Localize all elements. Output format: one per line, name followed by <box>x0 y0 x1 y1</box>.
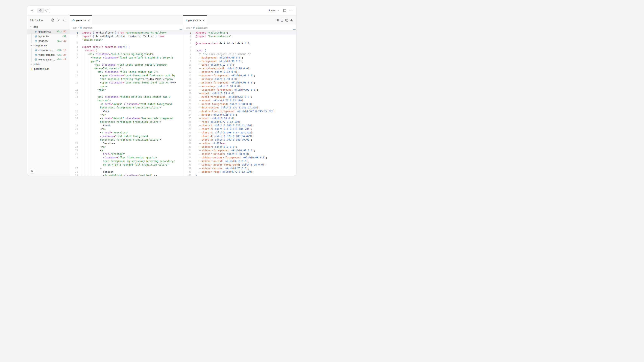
collapse-sidebar-button[interactable] <box>30 168 35 173</box>
code-row: className="text-muted-foreground <box>70 134 183 138</box>
code-row: 21<a href="#services" <box>70 131 183 134</box>
code-row: 6:root { <box>183 49 296 52</box>
code-line: Contact <box>82 170 183 174</box>
search-files-button[interactable] <box>62 18 66 22</box>
new-file-button[interactable] <box>51 18 55 22</box>
close-icon[interactable] <box>88 19 90 21</box>
indent-guides <box>196 152 198 156</box>
indent-guides <box>82 81 100 84</box>
indent-guides <box>196 138 198 142</box>
indent-guides <box>82 163 103 167</box>
code-editor-globals-css[interactable]: 1@import "tailwindcss";2@import "tw-anim… <box>183 30 296 176</box>
split-view-button[interactable] <box>275 18 280 22</box>
line-number: 1 <box>70 31 78 34</box>
code-row: 27> <box>70 167 183 170</box>
code-row: max-w-7xl mx-auto"> <box>70 67 183 70</box>
line-number: 17 <box>70 113 78 117</box>
line-number: 24 <box>70 149 78 152</box>
code-line: --input: oklch(0.18 0 0); <box>196 117 296 120</box>
scrollbar-thumb[interactable] <box>293 29 296 29</box>
code-line: text-sm"> <box>82 99 183 102</box>
copy-icon <box>285 19 288 21</box>
copy-code-button[interactable] <box>284 18 289 22</box>
line-number: 32 <box>183 142 192 145</box>
more-options-button[interactable] <box>288 8 294 13</box>
breadcrumb-file: page.tsx <box>83 26 92 29</box>
code-line: href="#contact" <box>82 152 183 156</box>
indent-guides <box>82 142 103 145</box>
chevron-right-icon <box>30 63 33 65</box>
tree-item-components[interactable]: components <box>27 43 70 48</box>
preview-toggle-button[interactable] <box>38 8 44 13</box>
tab-page-tsx[interactable]: page.tsx <box>70 15 92 25</box>
tab-bar-filler <box>92 15 183 25</box>
file-explorer-title: File Explorer <box>30 19 49 21</box>
tree-item-video-card.tsx[interactable]: video-card.tsx+76 / -27 <box>27 52 70 57</box>
close-icon[interactable] <box>202 19 205 21</box>
additions: +76 <box>56 53 60 56</box>
code-row: 12--popover: oklch(0.12 0 0); <box>183 70 296 74</box>
version-selector-button[interactable]: Latest <box>268 8 281 13</box>
code-editor-page-tsx[interactable]: 1import { WorksGallery } from "@/compone… <box>70 30 183 176</box>
download-file-button[interactable] <box>289 18 294 22</box>
code-line: --background: oklch(0.08 0 0); <box>196 56 296 59</box>
code-line: > <box>82 167 183 170</box>
indent-guides <box>82 138 100 142</box>
indent-guides <box>82 92 97 95</box>
code-line: --destructive: oklch(0.577 0.245 27.325)… <box>196 106 296 109</box>
tree-item-works-galler[interactable]: works-galler…+24 / -13 <box>27 57 70 62</box>
tree-item-layout.tsx[interactable]: layout.tsx+51 <box>27 34 70 39</box>
new-folder-button[interactable] <box>56 18 60 22</box>
indent-guides <box>82 127 100 131</box>
indent-guides <box>82 170 103 174</box>
scrollbar-thumb[interactable] <box>180 29 182 29</box>
line-number: 14 <box>70 95 78 99</box>
line-number: 33 <box>183 145 192 149</box>
indent-guides <box>82 102 100 106</box>
chevron-down-icon <box>30 44 33 47</box>
code-row: 12</div> <box>70 88 183 92</box>
code-line: --ring: oklch(0.72 0.12 180); <box>196 120 296 124</box>
tree-item-public[interactable]: public <box>27 62 70 67</box>
indent-guides <box>196 156 198 159</box>
file-plus-icon <box>51 18 54 21</box>
collapse-panel-button[interactable] <box>30 8 35 13</box>
diff-stats: +24 / -13 <box>55 58 66 61</box>
panel-bottom-button[interactable] <box>282 8 288 13</box>
code-line: --chart-4: oklch(0.828 0.189 84.429); <box>196 134 296 138</box>
line-number: 18 <box>70 117 78 120</box>
code-line: --secondary: oklch(0.18 0 0); <box>196 84 296 88</box>
code-line: --sidebar-foreground: oklch(0.98 0 0); <box>196 149 296 152</box>
tree-item-globals.css[interactable]: #globals.css+51 / -50 <box>27 29 70 34</box>
react-icon <box>72 19 75 21</box>
line-number: 20 <box>183 99 192 102</box>
indent-guides <box>196 170 198 174</box>
line-number: 10 <box>183 63 192 67</box>
code-row: 20</a> <box>70 127 183 131</box>
file-diff-button[interactable] <box>280 18 284 22</box>
tab-globals-css[interactable]: # globals.css <box>183 15 207 25</box>
code-row: 2import { ArrowUpRight, Github, Linkedin… <box>70 34 183 38</box>
code-line: --foreground: oklch(0.98 0 0); <box>196 59 296 63</box>
additions: +24 <box>56 58 60 61</box>
ellipsis-icon <box>290 9 293 12</box>
code-row: 5 <box>183 45 296 49</box>
diff-separator: / <box>61 58 63 61</box>
diff-stats: +33 / -12 <box>55 49 66 51</box>
tree-item-page.tsx[interactable]: page.tsx+81 / -28 <box>27 39 70 43</box>
code-line: font-semibold tracking-tight">Studio Pix… <box>82 77 183 81</box>
tree-item-app[interactable]: app <box>27 24 70 29</box>
code-row: "lucide-react" <box>70 38 183 42</box>
tree-item-custom-curs[interactable]: custom-curs…+33 / -12 <box>27 48 70 53</box>
code-row: 23</a> <box>70 145 183 149</box>
code-row: 1import { WorksGallery } from "@/compone… <box>70 31 183 34</box>
code-line: className="flex items-center gap-1.5 <box>82 156 183 159</box>
code-toggle-button[interactable] <box>44 8 50 13</box>
code-line: @custom-variant dark (&:is(.dark *)); <box>196 42 296 45</box>
tree-item-package.json[interactable]: {}package.json <box>27 67 70 71</box>
code-line: <a href="#services" <box>82 131 183 134</box>
code-line: <nav className="flex items-center justif… <box>82 63 183 67</box>
tree-item-label: package.json <box>34 67 50 70</box>
line-number: 23 <box>183 109 192 113</box>
code-row: 3 <box>183 38 296 42</box>
